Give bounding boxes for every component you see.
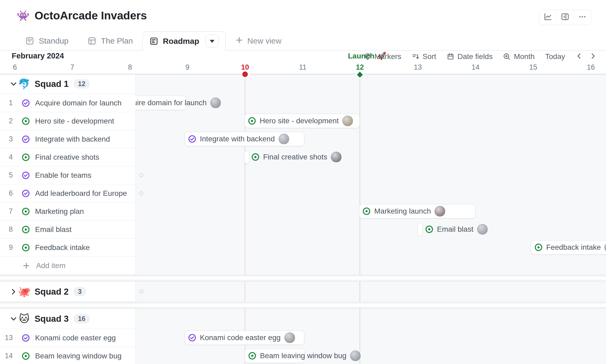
chevron-down-icon[interactable]: [10, 80, 18, 88]
sidebar-item-13[interactable]: 13Konami code easter egg: [0, 329, 136, 347]
assignee-avatar: [604, 242, 606, 253]
assignee-avatar: [342, 116, 353, 126]
item-title: Acquire domain for launch: [35, 99, 121, 107]
sidebar-item-3[interactable]: 3Integrate with backend: [0, 130, 136, 148]
chevron-down-icon[interactable]: [10, 315, 18, 323]
group-count-badge: 3: [73, 287, 86, 296]
item-title: Feedback intake: [35, 243, 90, 252]
view-menu-button[interactable]: [206, 35, 218, 48]
timeline-bar-label: Final creative shots: [251, 150, 342, 164]
sidebar-item-4[interactable]: 4Final creative shots: [0, 148, 136, 166]
next-page-button[interactable]: [590, 53, 596, 61]
sort-button[interactable]: Sort: [412, 52, 436, 61]
timeline-bar[interactable]: Marketing launch: [359, 204, 475, 218]
timeline-bar[interactable]: Konami code easter egg: [185, 331, 304, 345]
month-button[interactable]: Month: [503, 52, 535, 61]
today-button[interactable]: Today: [545, 52, 565, 61]
sidebar-item-8[interactable]: 8Email blast: [0, 221, 136, 239]
more-options-button[interactable]: [574, 10, 591, 25]
kebab-icon: [578, 12, 587, 22]
sidebar-item-7[interactable]: 7Marketing plan: [0, 202, 136, 221]
closed-issue-icon: [22, 171, 30, 179]
table-row: 14Beam leaving window bugBeam leaving wi…: [0, 347, 606, 364]
sidebar-item-14[interactable]: 14Beam leaving window bug: [0, 347, 136, 364]
project-icon: [26, 37, 34, 45]
tab-roadmap[interactable]: Roadmap: [142, 31, 226, 51]
sidebar-item-9[interactable]: 9Feedback intake: [0, 239, 136, 257]
caret-down-icon: [210, 40, 214, 43]
closed-issue-icon: [22, 334, 30, 342]
item-title: Final creative shots: [35, 153, 99, 162]
roadmap-board: 🐬Squad 1121Acquire domain for launchAcqu…: [0, 74, 606, 364]
open-issue-icon: [363, 207, 371, 215]
day-label-7: 7: [70, 63, 74, 71]
today-dot-icon: [242, 71, 248, 77]
view-tab-bar: StandupThe PlanRoadmapNew view: [0, 31, 606, 50]
prev-page-button[interactable]: [576, 53, 583, 61]
tab-the-plan[interactable]: The Plan: [78, 31, 142, 50]
group-header-squad-2[interactable]: 🐙Squad 23: [0, 282, 136, 302]
roadmap-icon: [150, 37, 158, 45]
day-label-11: 11: [299, 63, 306, 71]
group-name: Squad 3: [35, 314, 69, 324]
date-header-row: 678910111213141516: [0, 63, 606, 74]
calendar-icon: [447, 53, 454, 60]
row-number: 3: [0, 135, 13, 143]
collapse-panel-button[interactable]: [556, 10, 574, 25]
group-count-badge: 16: [73, 314, 90, 323]
timeline-lane: Beam leaving window bug: [136, 347, 606, 364]
timeline-bar[interactable]: Feedback intake: [531, 240, 606, 255]
sidebar-item-1[interactable]: 1Acquire domain for launch: [0, 94, 136, 112]
row-number: 9: [0, 243, 13, 252]
timeline-bar-label: Email blast: [425, 222, 488, 236]
timeline-point-pill[interactable]: [244, 151, 250, 164]
group-header-squad-1[interactable]: 🐬Squad 112: [0, 74, 136, 94]
sidebar-item-6[interactable]: 6Add leaderboard for Europe: [0, 184, 136, 202]
bar-title: Acquire domain for launch: [136, 99, 207, 107]
project-emoji-icon: 👾: [16, 9, 30, 22]
item-title: Enable for teams: [35, 171, 91, 180]
table-row: 4Final creative shotsFinal creative shot…: [0, 148, 606, 166]
group-header-squad-3[interactable]: 🐱Squad 316: [0, 309, 136, 329]
roadmap-toolbar: February 2024 Launch🚀 MarkersSortDate fi…: [0, 50, 606, 63]
open-issue-icon: [22, 208, 30, 215]
open-issue-icon: [22, 226, 30, 234]
date-fields-button[interactable]: Date fields: [447, 52, 493, 61]
open-issue-icon: [535, 243, 542, 251]
closed-issue-icon: [188, 334, 196, 342]
group-header-lane: [136, 309, 606, 329]
new-view-button[interactable]: New view: [226, 31, 291, 50]
bar-title: Marketing launch: [374, 207, 431, 215]
add-item-button[interactable]: Add item: [0, 257, 136, 275]
insights-button[interactable]: [539, 10, 556, 25]
sidebar-item-5[interactable]: 5Enable for teams: [0, 166, 136, 184]
assignee-avatar: [331, 152, 342, 162]
tab-label: Standup: [39, 36, 69, 45]
table-row: 3Integrate with backendIntegrate with ba…: [0, 130, 606, 148]
day-label-12: 12: [356, 63, 364, 71]
timeline-lane: Final creative shots: [136, 148, 606, 166]
add-item-label: Add item: [36, 261, 66, 270]
timeline-bar[interactable]: Hero site - development: [245, 114, 360, 128]
open-issue-icon: [248, 352, 256, 360]
zoom-icon: [503, 53, 511, 60]
chevron-right-icon[interactable]: [10, 288, 18, 296]
table-row: 2Hero site - developmentHero site - deve…: [0, 112, 606, 130]
tab-label: The Plan: [101, 36, 133, 45]
timeline-point-pill[interactable]: [418, 223, 423, 236]
timeline-lane: Integrate with backend: [136, 130, 606, 148]
sidebar-item-2[interactable]: 2Hero site - development: [0, 112, 136, 130]
item-title: Hero site - development: [35, 117, 114, 125]
item-title: Email blast: [35, 225, 71, 234]
bar-title: Feedback intake: [546, 243, 601, 252]
tab-standup[interactable]: Standup: [16, 31, 78, 50]
row-number: 13: [0, 334, 13, 342]
markers-button[interactable]: Markers: [364, 52, 401, 61]
timeline-lane: Feedback intake: [136, 239, 606, 257]
graph-icon: [544, 12, 552, 22]
open-issue-icon: [22, 117, 30, 125]
closed-issue-icon: [22, 189, 30, 197]
row-number: 5: [0, 171, 13, 179]
timeline-bar[interactable]: Integrate with backend: [185, 132, 304, 146]
group-count-badge: 12: [73, 79, 90, 88]
